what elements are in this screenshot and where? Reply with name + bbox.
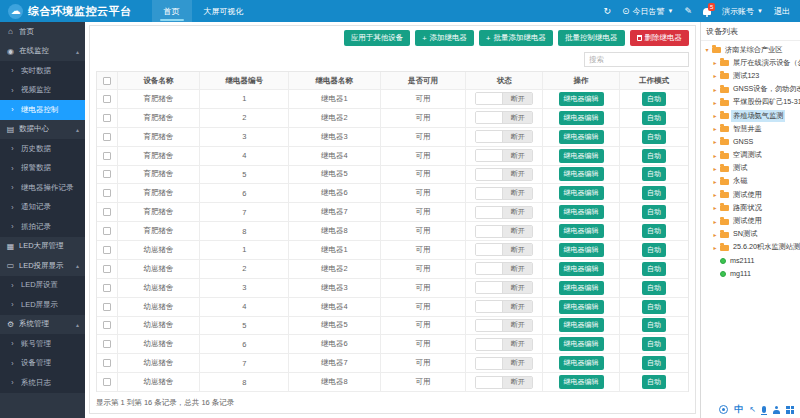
row-checkbox[interactable] [103, 227, 111, 235]
tree-collapsed-icon[interactable]: ▸ [712, 138, 718, 145]
sidebar-item-抓拍记录[interactable]: ›抓拍记录 [0, 217, 85, 237]
row-checkbox[interactable] [103, 246, 111, 254]
sidebar-item-LED投屏显示[interactable]: ▭LED投屏显示▴ [0, 256, 85, 276]
status-toggle[interactable]: 断开 [475, 130, 533, 143]
account-menu[interactable]: 演示账号 ▼ [722, 6, 763, 17]
sidebar-item-系统日志[interactable]: ›系统日志 [0, 373, 85, 393]
row-checkbox[interactable] [103, 265, 111, 273]
row-checkbox[interactable] [103, 321, 111, 329]
status-on-segment[interactable] [476, 320, 502, 331]
status-toggle[interactable]: 断开 [475, 187, 533, 200]
toolbar-button-批量控制继电器[interactable]: 批量控制继电器 [558, 30, 625, 46]
keyboard-grid-icon[interactable] [786, 406, 794, 414]
toolbar-button-删除继电器[interactable]: 删除继电器 [630, 30, 690, 46]
mode-auto-button[interactable]: 自动 [642, 375, 666, 389]
sidebar-item-视频监控[interactable]: ›视频监控 [0, 81, 85, 101]
sidebar-item-LED屏显示[interactable]: ›LED屏显示 [0, 295, 85, 315]
status-toggle[interactable]: 断开 [475, 206, 533, 219]
relay-edit-button[interactable]: 继电器编辑 [559, 92, 604, 106]
sidebar-item-LED大屏管理[interactable]: ▦LED大屏管理 [0, 237, 85, 257]
sidebar-item-数据中心[interactable]: ▤数据中心▴ [0, 120, 85, 140]
tree-collapsed-icon[interactable]: ▸ [712, 191, 718, 198]
status-off-segment[interactable]: 断开 [502, 244, 532, 255]
tree-node-25.6.20积水监测站测试[interactable]: ▸25.6.20积水监测站测试 [704, 241, 800, 254]
mode-auto-button[interactable]: 自动 [642, 318, 666, 332]
tree-collapsed-icon[interactable]: ▸ [712, 204, 718, 211]
relay-edit-button[interactable]: 继电器编辑 [559, 300, 604, 314]
tree-collapsed-icon[interactable]: ▸ [712, 72, 718, 79]
status-toggle[interactable]: 断开 [475, 338, 533, 351]
tree-node-GNSS设备，勿动勿改[interactable]: ▸GNSS设备，勿动勿改 [704, 83, 800, 96]
status-toggle[interactable]: 断开 [475, 376, 533, 389]
refresh-icon[interactable]: ↻ [603, 7, 611, 16]
status-toggle[interactable]: 断开 [475, 168, 533, 181]
sidebar-item-在线监控[interactable]: ◉在线监控▴ [0, 42, 85, 62]
sidebar-item-历史数据[interactable]: ›历史数据 [0, 139, 85, 159]
status-on-segment[interactable] [476, 244, 502, 255]
status-off-segment[interactable]: 断开 [502, 377, 532, 388]
mode-auto-button[interactable]: 自动 [642, 356, 666, 370]
status-toggle[interactable]: 断开 [475, 225, 533, 238]
status-off-segment[interactable]: 断开 [502, 207, 532, 218]
status-on-segment[interactable] [476, 131, 502, 142]
mode-auto-button[interactable]: 自动 [642, 262, 666, 276]
sidebar-item-继电器控制[interactable]: ›继电器控制 [0, 100, 85, 120]
row-checkbox[interactable] [103, 208, 111, 216]
chinese-mode-icon[interactable]: 中 [734, 405, 743, 414]
row-checkbox[interactable] [103, 95, 111, 103]
mode-auto-button[interactable]: 自动 [642, 130, 666, 144]
tree-collapsed-icon[interactable]: ▸ [712, 99, 718, 106]
microphone-icon[interactable] [762, 406, 766, 413]
tree-node-永磁[interactable]: ▸永磁 [704, 175, 800, 188]
status-off-segment[interactable]: 断开 [502, 301, 532, 312]
relay-edit-button[interactable]: 继电器编辑 [559, 224, 604, 238]
tree-collapsed-icon[interactable]: ▸ [712, 152, 718, 159]
status-off-segment[interactable]: 断开 [502, 339, 532, 350]
sidebar-item-首页[interactable]: ⌂首页 [0, 22, 85, 42]
person-icon[interactable] [772, 406, 780, 414]
toolbar-button-添加继电器[interactable]: +添加继电器 [415, 30, 474, 46]
row-checkbox[interactable] [103, 189, 111, 197]
tree-collapsed-icon[interactable]: ▸ [712, 125, 718, 132]
status-off-segment[interactable]: 断开 [502, 150, 532, 161]
nav-bigscreen[interactable]: 大屏可视化 [192, 0, 256, 22]
tree-node-养殖场氨气监测[interactable]: ▸养殖场氨气监测 [704, 109, 800, 122]
status-off-segment[interactable]: 断开 [502, 263, 532, 274]
relay-edit-button[interactable]: 继电器编辑 [559, 318, 604, 332]
relay-edit-button[interactable]: 继电器编辑 [559, 167, 604, 181]
tree-collapsed-icon[interactable]: ▸ [712, 165, 718, 172]
status-on-segment[interactable] [476, 377, 502, 388]
mode-auto-button[interactable]: 自动 [642, 300, 666, 314]
status-on-segment[interactable] [476, 226, 502, 237]
tree-collapsed-icon[interactable]: ▸ [712, 112, 718, 119]
logout-button[interactable]: 退出 [774, 6, 790, 17]
status-toggle[interactable]: 断开 [475, 281, 533, 294]
mode-auto-button[interactable]: 自动 [642, 337, 666, 351]
tree-collapsed-icon[interactable]: ▸ [712, 244, 718, 251]
sidebar-item-报警数据[interactable]: ›报警数据 [0, 159, 85, 179]
status-on-segment[interactable] [476, 188, 502, 199]
relay-edit-button[interactable]: 继电器编辑 [559, 375, 604, 389]
status-toggle[interactable]: 断开 [475, 300, 533, 313]
relay-edit-button[interactable]: 继电器编辑 [559, 111, 604, 125]
tree-collapsed-icon[interactable]: ▸ [712, 178, 718, 185]
relay-edit-button[interactable]: 继电器编辑 [559, 281, 604, 295]
relay-edit-button[interactable]: 继电器编辑 [559, 262, 604, 276]
row-checkbox[interactable] [103, 133, 111, 141]
mode-auto-button[interactable]: 自动 [642, 243, 666, 257]
cursor-icon[interactable]: ↖ [749, 406, 756, 414]
status-off-segment[interactable]: 断开 [502, 226, 532, 237]
relay-edit-button[interactable]: 继电器编辑 [559, 205, 604, 219]
status-toggle[interactable]: 断开 [475, 149, 533, 162]
status-toggle[interactable]: 断开 [475, 111, 533, 124]
status-off-segment[interactable]: 断开 [502, 188, 532, 199]
status-on-segment[interactable] [476, 169, 502, 180]
status-toggle[interactable]: 断开 [475, 357, 533, 370]
relay-edit-button[interactable]: 继电器编辑 [559, 337, 604, 351]
status-off-segment[interactable]: 断开 [502, 169, 532, 180]
tree-node-智慧井盖[interactable]: ▸智慧井盖 [704, 122, 800, 135]
edit-pencil-icon[interactable]: ✎ [685, 7, 693, 16]
mode-auto-button[interactable]: 自动 [642, 92, 666, 106]
row-checkbox[interactable] [103, 340, 111, 348]
mode-auto-button[interactable]: 自动 [642, 224, 666, 238]
